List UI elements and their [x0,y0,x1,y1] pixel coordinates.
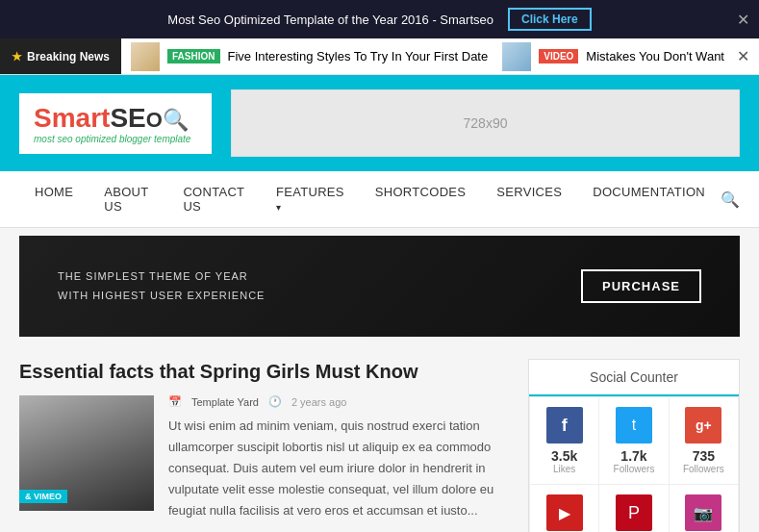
breaking-news-bar: ★ Breaking News FASHION Five Interesting… [0,38,759,75]
nav-item-docs[interactable]: DOCUMENTATION [577,171,721,227]
instagram-btn[interactable]: 📷 849 Followers [670,485,738,532]
sidebar: Social Counter f 3.5k Likes t 1.7k Follo… [528,359,740,532]
nav-item-about[interactable]: ABOUT US [89,171,167,227]
nav-link-shortcodes[interactable]: SHORTCODES [360,171,482,213]
article-1-image: & VIMEO [19,395,154,511]
facebook-label: Likes [553,464,575,474]
hero-line2: WITH HIGHEST USER EXPERIENCE [58,287,265,306]
youtube-btn[interactable]: ▶ 2.8k Subscriber [530,485,598,532]
nav-item-contact[interactable]: CONTACT US [167,171,261,227]
content-left: Essential facts that Spring Girls Must K… [19,359,509,532]
nav-link-home[interactable]: HOME [19,171,89,213]
article-1-img-label: & VIMEO [19,490,67,503]
pinterest-icon: P [616,494,652,531]
article-1-author: Template Yard [191,396,259,408]
top-banner-text: Most Seo Optimized Template of the Year … [167,13,493,27]
hero-text: THE SIMPLEST THEME OF YEAR WITH HIGHEST … [58,267,265,306]
facebook-btn[interactable]: f 3.5k Likes [530,397,598,484]
breaking-news-label: ★ Breaking News [0,38,121,74]
search-icon-logo: 🔍 [163,108,189,132]
facebook-icon: f [546,407,583,443]
nav-item-features[interactable]: FEATURES [261,171,360,227]
breaking-news-close[interactable]: ✕ [727,47,759,65]
logo-tagline: most seo optimized blogger template [34,134,197,144]
twitter-icon: t [616,407,652,443]
fashion-badge: FASHION [167,49,219,63]
social-grid: f 3.5k Likes t 1.7k Followers g+ 735 Fol… [529,396,739,532]
nav-item-home[interactable]: HOME [19,171,89,227]
hero-banner: THE SIMPLEST THEME OF YEAR WITH HIGHEST … [19,236,740,337]
pinterest-btn[interactable]: P 524 Followers [599,485,668,532]
twitter-label: Followers [614,464,655,474]
nav-link-features[interactable]: FEATURES [261,171,360,227]
instagram-icon: 📷 [685,494,721,531]
site-header: SmartSEO🔍 most seo optimized blogger tem… [0,75,759,171]
facebook-count: 3.5k [551,448,577,464]
article-1: Essential facts that Spring Girls Must K… [19,359,509,532]
purchase-button[interactable]: PURCHASE [581,269,701,303]
top-banner: Most Seo Optimized Template of the Year … [0,0,759,38]
article-1-title[interactable]: Essential facts that Spring Girls Must K… [19,359,509,384]
article-1-meta: 📅 Template Yard 🕐 2 years ago [168,395,509,408]
nav-search-icon[interactable]: 🔍 [721,177,740,222]
calendar-icon: 📅 [168,395,182,408]
googleplus-icon: g+ [685,407,721,443]
logo-o: O [146,108,163,132]
header-ad-banner: 728x90 [231,89,740,157]
breaking-news-text-1[interactable]: Five Interesting Styles To Try In Your F… [228,49,489,63]
article-1-text: 📅 Template Yard 🕐 2 years ago Ut wisi en… [168,395,509,521]
social-counter-title: Social Counter [529,360,739,396]
googleplus-btn[interactable]: g+ 735 Followers [670,397,738,484]
video-badge: VIDEO [539,49,578,63]
nav-link-services[interactable]: SERVICES [481,171,577,213]
nav-link-docs[interactable]: DOCUMENTATION [577,171,721,213]
googleplus-label: Followers [683,464,724,474]
star-icon: ★ [12,50,22,63]
article-1-excerpt: Ut wisi enim ad minim veniam, quis nostr… [168,416,509,521]
youtube-icon: ▶ [546,494,583,531]
social-counter: Social Counter f 3.5k Likes t 1.7k Follo… [528,359,740,532]
top-banner-close[interactable]: ✕ [737,11,749,29]
hero-line1: THE SIMPLEST THEME OF YEAR [58,267,265,287]
nav-item-services[interactable]: SERVICES [481,171,577,227]
nav-link-about[interactable]: ABOUT US [89,171,167,227]
twitter-btn[interactable]: t 1.7k Followers [599,397,668,484]
nav-item-shortcodes[interactable]: SHORTCODES [360,171,482,227]
breaking-news-text-2[interactable]: Mistakes You Don't Want To Ma... [586,49,727,63]
news-thumbnail [131,42,160,71]
main-navbar: HOME ABOUT US CONTACT US FEATURES SHORTC… [0,171,759,228]
article-1-body: & VIMEO 📅 Template Yard 🕐 2 years ago Ut… [19,395,509,521]
main-content: Essential facts that Spring Girls Must K… [0,344,759,532]
nav-link-contact[interactable]: CONTACT US [167,171,261,227]
breaking-news-item: FASHION Five Interesting Styles To Try I… [131,42,488,71]
googleplus-count: 735 [693,448,715,464]
logo-text: SmartSEO🔍 [34,103,189,133]
clock-icon: 🕐 [268,395,282,408]
nav-items-list: HOME ABOUT US CONTACT US FEATURES SHORTC… [19,171,721,227]
twitter-count: 1.7k [620,448,646,464]
click-here-button[interactable]: Click Here [508,8,592,31]
site-logo[interactable]: SmartSEO🔍 [34,103,197,134]
breaking-news-item-2: VIDEO Mistakes You Don't Want To Ma... [502,42,727,71]
article-1-time: 2 years ago [291,396,346,408]
breaking-news-items: FASHION Five Interesting Styles To Try I… [121,42,727,71]
news-thumbnail-2 [502,42,531,71]
logo-area: SmartSEO🔍 most seo optimized blogger tem… [19,93,212,154]
